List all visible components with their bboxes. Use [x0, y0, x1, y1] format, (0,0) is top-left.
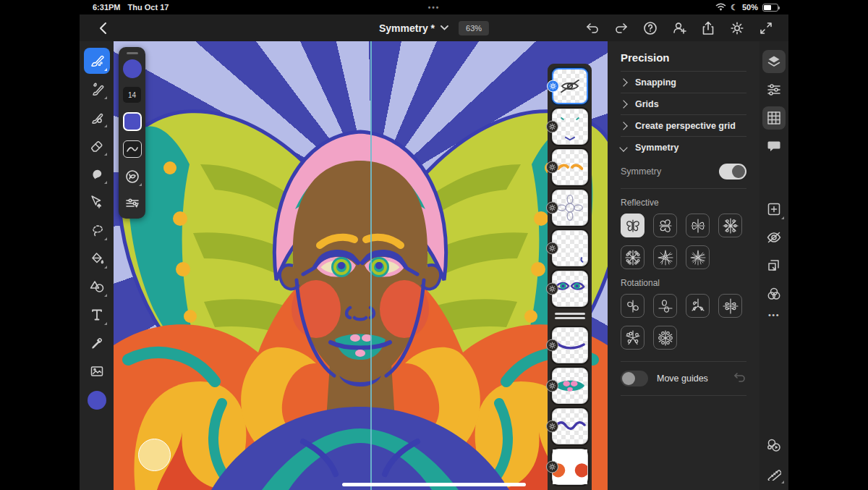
reset-guides-icon[interactable] [733, 372, 746, 385]
ruler-icon[interactable] [762, 462, 786, 485]
fullscreen-button[interactable] [755, 17, 777, 39]
chevron-right-icon [619, 122, 627, 130]
layer-badge[interactable] [546, 202, 558, 214]
place-image-tool[interactable] [84, 358, 110, 384]
layer-thumbnail-eyebrows[interactable] [552, 149, 588, 185]
pixel-brush-tool[interactable] [84, 48, 110, 74]
layer-thumbnail-face-accents[interactable] [552, 109, 588, 145]
move-transform-tool[interactable] [84, 189, 110, 215]
wifi-icon [715, 3, 726, 12]
section-label: Create perspective grid [635, 121, 736, 131]
layer-thumbnail-chin-line[interactable] [552, 408, 588, 444]
add-layer-icon[interactable] [762, 198, 786, 221]
redo-button[interactable] [610, 17, 632, 39]
symmetry-toggle[interactable] [719, 164, 746, 179]
eyedropper-tool[interactable] [84, 330, 110, 356]
layer-badge[interactable] [547, 80, 559, 93]
section-label: Grids [635, 99, 659, 109]
rotational-two-point-button[interactable] [621, 294, 644, 318]
layers-icon[interactable] [762, 50, 786, 73]
eraser-tool[interactable] [84, 132, 110, 159]
move-guides-toggle[interactable] [621, 371, 648, 386]
battery-percent: 50% [742, 3, 758, 12]
text-tool[interactable] [84, 302, 110, 328]
section-create-perspective-grid[interactable]: Create perspective grid [621, 114, 746, 136]
transform-layer-icon[interactable] [762, 254, 786, 277]
drag-handle[interactable] [127, 52, 138, 54]
smudge-tool[interactable] [84, 161, 110, 187]
zoom-level-badge[interactable]: 63% [459, 21, 489, 35]
timelapse-icon[interactable] [762, 434, 786, 457]
status-time: 6:31PM [93, 3, 121, 12]
back-button[interactable] [94, 20, 111, 37]
layer-badge[interactable] [546, 339, 558, 352]
reflective-vertical-button[interactable] [621, 214, 644, 237]
rotational-six-point-button[interactable] [653, 326, 677, 350]
reflective-six-axis-button[interactable] [621, 245, 644, 269]
adjustments-icon[interactable] [762, 78, 786, 101]
reflective-sixteen-axis-button[interactable] [686, 245, 710, 269]
color-swatch[interactable] [123, 112, 142, 131]
brush-settings-icon[interactable] [123, 194, 142, 213]
share-button[interactable] [697, 17, 719, 39]
layer-badge[interactable] [546, 380, 558, 392]
section-snapping[interactable]: Snapping [621, 71, 746, 93]
blend-mode-icon[interactable] [762, 282, 786, 305]
brush-cursor [138, 439, 171, 471]
layer-badge[interactable] [546, 421, 558, 433]
status-date: Thu Oct 17 [128, 3, 169, 12]
lasso-select-tool[interactable] [84, 217, 110, 243]
brush-size-value[interactable]: 14 [123, 87, 141, 103]
multitask-dots[interactable]: ••• [428, 4, 441, 12]
layer-badge[interactable] [546, 461, 558, 473]
rotational-three-point-button[interactable] [686, 294, 710, 318]
layer-thumbnail-detail-marks[interactable] [552, 230, 588, 266]
brush-color-dot[interactable] [123, 59, 142, 78]
section-grids[interactable]: Grids [621, 93, 746, 114]
precision-grid-icon[interactable] [762, 106, 786, 130]
vector-brush-tool[interactable] [84, 104, 110, 130]
rotational-four-point-button[interactable] [718, 294, 742, 318]
brush-options-panel: 14 [119, 47, 145, 219]
rotational-label: Rotational [621, 278, 746, 288]
layer-badge[interactable] [546, 283, 558, 295]
layer-thumbnail-face-colors[interactable] [552, 449, 588, 485]
layer-thumbnail-sketch-hidden[interactable] [552, 68, 588, 104]
document-title-dropdown[interactable]: Symmetry * [379, 22, 448, 34]
layer-badge[interactable] [546, 242, 558, 255]
layer-badge[interactable] [546, 121, 558, 133]
canvas[interactable]: 14 [114, 41, 608, 490]
layer-thumbnail-eyes[interactable] [552, 271, 588, 307]
undo-button[interactable] [582, 17, 603, 39]
smoothing-icon[interactable] [123, 140, 142, 158]
reflective-label: Reflective [621, 198, 746, 208]
shapes-tool[interactable] [84, 274, 110, 300]
reflective-two-axis-button[interactable] [686, 214, 710, 237]
invite-people-button[interactable] [668, 17, 690, 39]
chevron-down-icon [441, 25, 448, 30]
reflective-eight-axis-button[interactable] [653, 245, 677, 269]
comments-icon[interactable] [762, 135, 786, 158]
layer-thumbnail-flower-sketch[interactable] [552, 190, 588, 226]
current-color-well[interactable] [88, 391, 106, 410]
layer-group-divider[interactable] [555, 313, 585, 321]
hide-layer-icon[interactable] [762, 226, 786, 249]
home-indicator[interactable] [342, 483, 526, 486]
vector-pen-icon[interactable] [123, 167, 142, 186]
more-options-button[interactable]: ••• [768, 311, 780, 319]
rotational-two-point-diagonal-button[interactable] [653, 294, 677, 318]
document-title: Symmetry * [379, 22, 435, 34]
symmetry-guide-line[interactable] [370, 41, 372, 490]
reflective-horizontal-button[interactable] [653, 214, 677, 237]
section-symmetry[interactable]: Symmetry [621, 136, 746, 158]
layer-badge[interactable] [546, 161, 558, 174]
rotational-five-point-button[interactable] [621, 326, 644, 350]
live-brush-tool[interactable] [84, 76, 110, 102]
layer-thumbnail-lips[interactable] [552, 368, 588, 404]
settings-gear-icon[interactable] [726, 17, 748, 39]
layer-thumbnail-smile-line[interactable] [552, 327, 588, 363]
help-button[interactable] [639, 17, 661, 39]
fill-tool[interactable] [84, 245, 110, 271]
title-bar: Symmetry * 63% [80, 14, 788, 41]
reflective-four-axis-button[interactable] [718, 214, 742, 237]
